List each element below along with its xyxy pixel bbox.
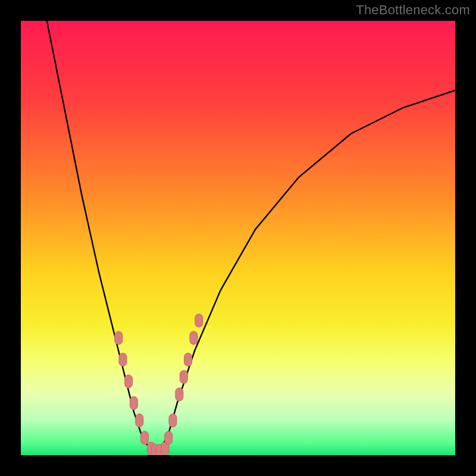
heat-gradient-rect xyxy=(21,21,455,455)
heat-gradient xyxy=(21,21,455,455)
plot-area xyxy=(21,21,455,455)
watermark-text: TheBottleneck.com xyxy=(356,2,470,18)
chart-frame: TheBottleneck.com xyxy=(0,0,476,476)
